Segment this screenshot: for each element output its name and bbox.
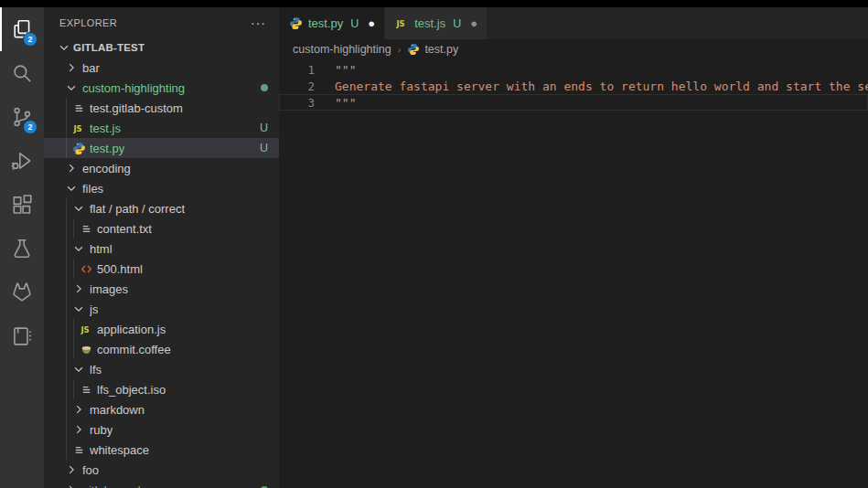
tab-bar: test.pyU●JStest.jsU● [279,7,868,39]
code-line-1[interactable]: 1""" [279,61,868,78]
breadcrumb-label: custom-highlighting [293,43,391,56]
chevron-right-icon [71,403,86,416]
code-editor[interactable]: 1"""2Generate fastapi server with an end… [279,59,868,488]
indent-guide [66,279,67,299]
breadcrumb-separator: › [398,44,402,55]
tab-test-js[interactable]: JStest.jsU● [385,7,488,39]
breadcrumb-item-test-py[interactable]: test.py [407,43,458,56]
activity-item-extensions[interactable] [0,183,44,227]
chevron-down-icon [71,363,86,376]
tab-test-py[interactable]: test.pyU● [279,7,385,39]
chevron-right-icon [71,282,86,295]
tab-label: test.py [308,16,343,30]
tree-item-label: GITLAB-TEST [73,42,145,53]
tree-item-label: gitlab-grack [82,483,144,488]
indent-guide [66,118,67,138]
run-debug-icon [10,149,34,173]
tree-item-application-js[interactable]: JSapplication.js [44,319,279,339]
chevron-right-icon [64,463,79,476]
dirty-dot-icon[interactable]: ● [368,17,375,29]
more-actions-icon[interactable]: ··· [251,18,266,27]
activity-item-testing[interactable] [0,227,44,271]
tree-item-label: images [90,282,128,296]
tree-item-custom-highlighting[interactable]: custom-highlighting [44,78,279,98]
file-python-icon [71,142,86,155]
tree-item-commit-coffee[interactable]: commit.coffee [44,339,279,359]
tree-item-lfs[interactable]: lfs [44,359,279,379]
indent-guide [66,319,67,339]
tree-item-content-txt[interactable]: content.txt [44,218,279,239]
tree-item-whitespace[interactable]: whitespace [44,440,279,460]
file-generic-icon [79,383,93,397]
dirty-dot-icon[interactable]: ● [470,17,477,29]
chevron-down-icon [71,202,86,215]
chevron-down-icon [64,81,79,94]
tree-item-label: js [90,302,98,316]
sidebar-header: EXPLORER ··· [44,7,279,37]
tree-item-label: lfs [90,363,102,377]
chevron-down-icon [64,182,79,195]
tree-item-encoding[interactable]: encoding [44,158,279,178]
tree-item-label: html [90,242,113,256]
file-js-icon: JS [79,323,93,336]
indent-guide [66,239,67,259]
activity-item-source-control[interactable]: 2 [0,95,44,139]
tree-item-ruby[interactable]: ruby [44,419,279,440]
sidebar-title: EXPLORER [59,17,117,28]
indent-guide [73,379,74,399]
activity-item-explorer[interactable]: 2 [0,7,44,51]
tree-item-files[interactable]: files [44,178,279,198]
activity-badge: 2 [23,120,38,134]
tree-item-label: test.js [90,122,121,135]
indent-guide [66,419,67,440]
file-tree: GITLAB-TESTbarcustom-highlightingtest.gi… [44,37,279,488]
code-line-2[interactable]: 2Generate fastapi server with an ends to… [279,78,868,94]
indent-guide [66,440,67,460]
tree-item-markdown[interactable]: markdown [44,399,279,419]
tree-item-label: commit.coffee [97,343,171,356]
indent-guide [66,138,67,158]
tree-item-images[interactable]: images [44,279,279,299]
activity-item-search[interactable] [0,51,44,95]
tree-item-gitlab-test[interactable]: GITLAB-TEST [44,37,279,58]
tree-item-gitlab-grack[interactable]: gitlab-grack [44,480,279,488]
git-untracked-badge: U [260,142,268,154]
tree-item-flat-path-correct[interactable]: flat / path / correct [44,198,279,218]
beaker-icon [10,237,34,260]
tree-item-label: files [82,182,103,196]
tree-item-js[interactable]: js [44,299,279,319]
tree-item-html[interactable]: html [44,239,279,259]
tree-item-500-html[interactable]: 500.html [44,259,279,279]
line-number: 3 [280,96,315,110]
tree-item-bar[interactable]: bar [44,58,279,78]
breadcrumb-item-custom-highlighting[interactable]: custom-highlighting [293,43,391,56]
tree-item-lfs-object-iso[interactable]: lfs_object.iso [44,379,279,399]
title-bar-edge [0,0,868,7]
activity-item-notebook[interactable] [0,314,44,358]
activity-bar: 22 [0,7,44,488]
tree-item-label: application.js [97,323,166,336]
gitlab-tanuki-icon [10,281,34,304]
tree-item-test-gitlab-custom[interactable]: test.gitlab-custom [44,98,279,118]
book-icon [10,324,34,348]
tree-item-label: test.gitlab-custom [90,101,183,115]
activity-item-gitlab[interactable] [0,271,44,314]
tree-item-test-js[interactable]: JStest.jsU [44,118,279,138]
line-number: 2 [280,80,315,93]
tree-item-label: content.txt [97,222,152,236]
tree-item-label: lfs_object.iso [97,383,166,397]
activity-item-run-debug[interactable] [0,139,44,183]
indent-guide [66,98,67,118]
code-line-3[interactable]: 3""" [279,94,868,111]
line-number: 1 [280,63,315,77]
indent-guide [66,299,67,319]
git-modified-dot [261,84,268,91]
editor-group: test.pyU●JStest.jsU● custom-highlighting… [279,7,868,488]
indent-guide [66,379,67,399]
line-text: Generate fastapi server with an ends to … [335,80,868,93]
indent-guide [66,399,67,419]
git-untracked-badge: U [453,17,461,30]
indent-guide [66,259,67,279]
tree-item-test-py[interactable]: test.pyU [44,138,279,158]
tree-item-foo[interactable]: foo [44,460,279,480]
